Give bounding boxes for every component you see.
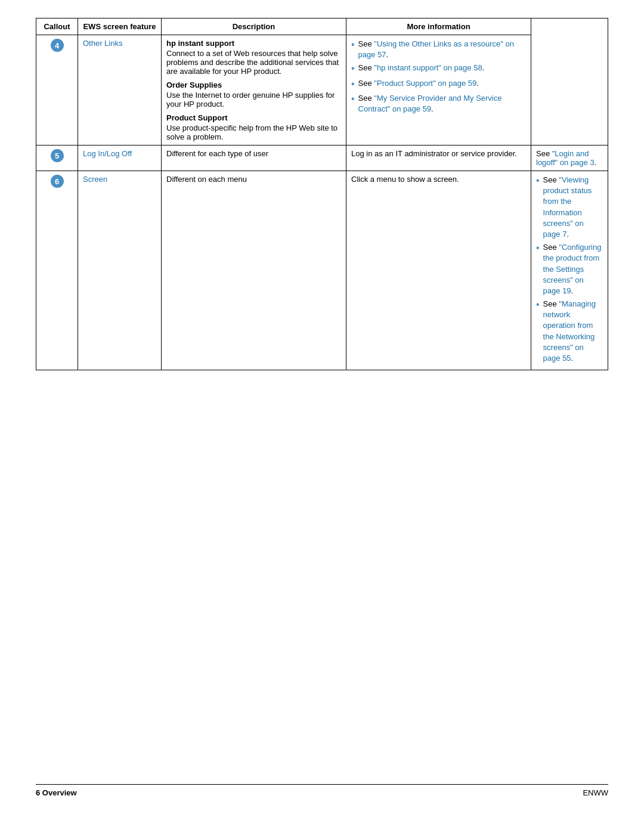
ews-link-other-links[interactable]: Other Links xyxy=(83,39,122,48)
info-text-6-3: See "Managing network operation from the… xyxy=(543,299,603,364)
desc-login-text: Log in as an IT administrator or service… xyxy=(351,149,517,158)
desc-text-cell-6: Click a menu to show a screen. xyxy=(346,171,531,370)
list-item: See "hp instant support" on page 58. xyxy=(351,63,526,75)
callout-badge-6: 6 xyxy=(51,175,64,188)
description-cell-4: hp instant support Connect to a set of W… xyxy=(162,35,346,145)
info-list-6: See "Viewing product status from the Inf… xyxy=(536,175,603,364)
sub-heading-product-support: Product Support xyxy=(166,113,341,122)
link-my-service-ref[interactable]: "My Service Provider and My Service Cont… xyxy=(358,94,502,113)
desc-login-type: Different for each type of user xyxy=(166,149,268,158)
ews-link-login[interactable]: Log In/Log Off xyxy=(83,149,132,158)
callout-cell-5: 5 xyxy=(36,145,78,171)
list-item: See "Using the Other Links as a resource… xyxy=(351,39,526,60)
ews-cell-4: Other Links xyxy=(78,35,162,145)
more-info-cell-6: See "Viewing product status from the Inf… xyxy=(531,171,608,370)
header-description: Description xyxy=(162,18,346,35)
callout-cell-4: 4 xyxy=(36,35,78,145)
link-hp-instant-ref[interactable]: "hp instant support" on page 58 xyxy=(374,63,482,72)
table-row: 6 Screen Different on each menu Click a … xyxy=(36,171,608,370)
link-managing-ref[interactable]: "Managing network operation from the Net… xyxy=(543,299,596,363)
link-login-ref[interactable]: "Login and logoff" on page 3 xyxy=(536,149,595,167)
sub-heading-order-supplies: Order Supplies xyxy=(166,80,341,89)
info-text-1: See "Using the Other Links as a resource… xyxy=(358,39,526,60)
list-item: See "Configuring the product from the Se… xyxy=(536,242,603,296)
info-text-6-1: See "Viewing product status from the Inf… xyxy=(543,175,603,240)
footer-left: 6 Overview xyxy=(36,788,77,797)
info-text-login: See "Login and logoff" on page 3. xyxy=(536,149,596,167)
list-item: See "My Service Provider and My Service … xyxy=(351,93,526,114)
link-viewing-ref[interactable]: "Viewing product status from the Informa… xyxy=(543,175,592,239)
desc-screen-text: Click a menu to show a screen. xyxy=(351,175,459,184)
desc-text-cell-5: Log in as an IT administrator or service… xyxy=(346,145,531,171)
header-callout: Callout xyxy=(36,18,78,35)
sub-heading-hp-instant: hp instant support xyxy=(166,39,341,48)
ews-link-screen[interactable]: Screen xyxy=(83,175,107,184)
table-row: 5 Log In/Log Off Different for each type… xyxy=(36,145,608,171)
ews-cell-6: Screen xyxy=(78,171,162,370)
callout-badge-5: 5 xyxy=(51,149,64,162)
header-ews: EWS screen feature xyxy=(78,18,162,35)
feature-table: Callout EWS screen feature Description M… xyxy=(36,18,608,370)
more-info-cell-5: See "Login and logoff" on page 3. xyxy=(531,145,608,171)
desc-screen-type: Different on each menu xyxy=(166,175,247,184)
link-configuring-ref[interactable]: "Configuring the product from the Settin… xyxy=(543,243,602,295)
info-text-4: See "My Service Provider and My Service … xyxy=(358,93,526,114)
footer-right: ENWW xyxy=(583,788,608,797)
more-info-cell-4: See "Using the Other Links as a resource… xyxy=(346,35,531,145)
callout-badge-4: 4 xyxy=(51,39,64,52)
list-item: See "Product Support" on page 59. xyxy=(351,78,526,91)
footer: 6 Overview ENWW xyxy=(36,784,608,797)
main-content: Callout EWS screen feature Description M… xyxy=(36,18,608,766)
callout-cell-6: 6 xyxy=(36,171,78,370)
info-list-4: See "Using the Other Links as a resource… xyxy=(351,39,526,115)
list-item: See "Viewing product status from the Inf… xyxy=(536,175,603,240)
ews-cell-5: Log In/Log Off xyxy=(78,145,162,171)
list-item: See "Managing network operation from the… xyxy=(536,299,603,364)
desc-product-support: Use product-specific help from the HP We… xyxy=(166,123,338,141)
info-text-6-2: See "Configuring the product from the Se… xyxy=(543,242,603,296)
link-other-links-ref[interactable]: "Using the Other Links as a resource" on… xyxy=(358,39,514,59)
table-row: 4 Other Links hp instant support Connect… xyxy=(36,35,608,145)
info-text-3: See "Product Support" on page 59. xyxy=(358,78,479,89)
desc-hp-instant: Connect to a set of Web resources that h… xyxy=(166,49,339,76)
info-text-2: See "hp instant support" on page 58. xyxy=(358,63,485,73)
header-more-info: More information xyxy=(346,18,531,35)
description-cell-5: Different for each type of user xyxy=(162,145,346,171)
description-cell-6: Different on each menu xyxy=(162,171,346,370)
link-product-support-ref[interactable]: "Product Support" on page 59 xyxy=(374,79,476,88)
desc-order-supplies: Use the Internet to order genuine HP sup… xyxy=(166,91,335,109)
